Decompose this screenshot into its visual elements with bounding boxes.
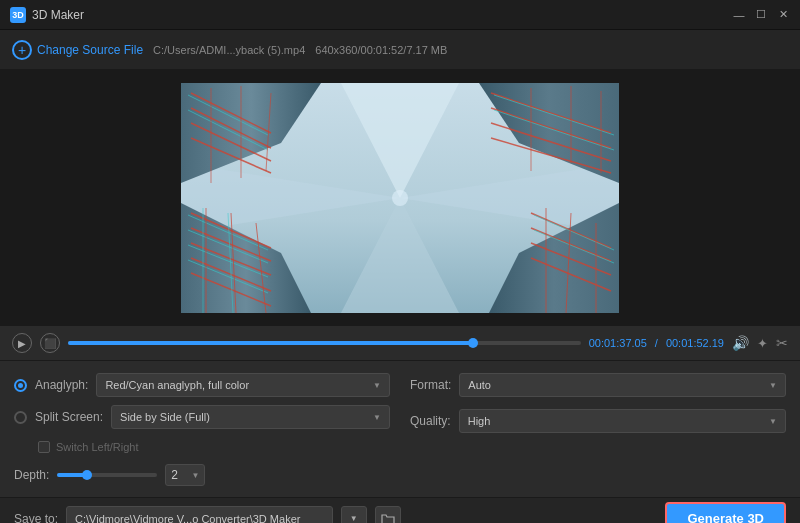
save-path-dropdown-button[interactable]: ▼ — [341, 506, 367, 524]
depth-row: Depth: 2 ▼ — [14, 463, 390, 487]
switch-row: Switch Left/Right — [14, 435, 390, 459]
depth-value: 2 — [171, 468, 178, 482]
switch-label: Switch Left/Right — [56, 441, 139, 453]
quality-row: Quality: High ▼ — [410, 407, 786, 435]
save-label: Save to: — [14, 512, 58, 524]
generate-3d-button[interactable]: Generate 3D — [665, 502, 786, 524]
total-time: 00:01:52.19 — [666, 337, 724, 349]
split-screen-row: Split Screen: Side by Side (Full) ▼ — [14, 403, 390, 431]
depth-thumb — [82, 470, 92, 480]
format-value: Auto — [468, 379, 769, 391]
depth-arrow-icon: ▼ — [191, 471, 199, 480]
settings-panel: Anaglyph: Red/Cyan anaglyph, full color … — [0, 361, 800, 497]
toolbar: + Change Source File C:/Users/ADMI...yba… — [0, 30, 800, 70]
file-info: 640x360/00:01:52/7.17 MB — [315, 44, 447, 56]
depth-dropdown[interactable]: 2 ▼ — [165, 464, 205, 486]
progress-track[interactable] — [68, 341, 581, 345]
progress-fill — [68, 341, 473, 345]
anaglyph-radio[interactable] — [14, 379, 27, 392]
play-button[interactable]: ▶ — [12, 333, 32, 353]
split-screen-dropdown[interactable]: Side by Side (Full) ▼ — [111, 405, 390, 429]
window-controls: — ☐ ✕ — [732, 8, 790, 22]
quality-value: High — [468, 415, 769, 427]
change-source-button[interactable]: + Change Source File — [12, 40, 143, 60]
anaglyph-label: Anaglyph: — [35, 378, 88, 392]
anaglyph-row: Anaglyph: Red/Cyan anaglyph, full color … — [14, 371, 390, 399]
stop-button[interactable]: ⬛ — [40, 333, 60, 353]
switch-checkbox[interactable] — [38, 441, 50, 453]
right-settings: Format: Auto ▼ Quality: High ▼ — [410, 371, 786, 487]
maximize-button[interactable]: ☐ — [754, 8, 768, 22]
depth-label: Depth: — [14, 468, 49, 482]
close-button[interactable]: ✕ — [776, 8, 790, 22]
playback-bar: ▶ ⬛ 00:01:37.05 / 00:01:52.19 🔊 ✦ ✂ — [0, 325, 800, 361]
effects-icon[interactable]: ✦ — [757, 336, 768, 351]
progress-thumb — [468, 338, 478, 348]
minimize-button[interactable]: — — [732, 8, 746, 22]
left-settings: Anaglyph: Red/Cyan anaglyph, full color … — [14, 371, 390, 487]
current-time: 00:01:37.05 — [589, 337, 647, 349]
split-arrow-icon: ▼ — [373, 413, 381, 422]
split-screen-value: Side by Side (Full) — [120, 411, 373, 423]
quality-label: Quality: — [410, 414, 451, 428]
anaglyph-value: Red/Cyan anaglyph, full color — [105, 379, 373, 391]
volume-icon[interactable]: 🔊 — [732, 335, 749, 351]
format-dropdown[interactable]: Auto ▼ — [459, 373, 786, 397]
svg-point-50 — [392, 190, 408, 206]
format-arrow-icon: ▼ — [769, 381, 777, 390]
split-screen-label: Split Screen: — [35, 410, 103, 424]
quality-dropdown[interactable]: High ▼ — [459, 409, 786, 433]
title-bar: 3D 3D Maker — ☐ ✕ — [0, 0, 800, 30]
time-separator: / — [655, 337, 658, 349]
format-label: Format: — [410, 378, 451, 392]
browse-folder-button[interactable] — [375, 506, 401, 524]
anaglyph-dropdown[interactable]: Red/Cyan anaglyph, full color ▼ — [96, 373, 390, 397]
folder-icon — [381, 513, 395, 524]
anaglyph-arrow-icon: ▼ — [373, 381, 381, 390]
depth-slider[interactable] — [57, 473, 157, 477]
app-icon: 3D — [10, 7, 26, 23]
format-row: Format: Auto ▼ — [410, 371, 786, 399]
save-bar: Save to: C:\Vidmore\Vidmore V...o Conver… — [0, 497, 800, 523]
file-path: C:/Users/ADMI...yback (5).mp4 — [153, 44, 305, 56]
dropdown-arrow-icon: ▼ — [350, 514, 358, 523]
split-screen-radio[interactable] — [14, 411, 27, 424]
preview-image — [181, 83, 619, 313]
quality-arrow-icon: ▼ — [769, 417, 777, 426]
plus-circle-icon: + — [12, 40, 32, 60]
preview-area — [0, 70, 800, 325]
app-title: 3D Maker — [32, 8, 732, 22]
cut-icon[interactable]: ✂ — [776, 335, 788, 351]
save-path: C:\Vidmore\Vidmore V...o Converter\3D Ma… — [66, 506, 333, 524]
